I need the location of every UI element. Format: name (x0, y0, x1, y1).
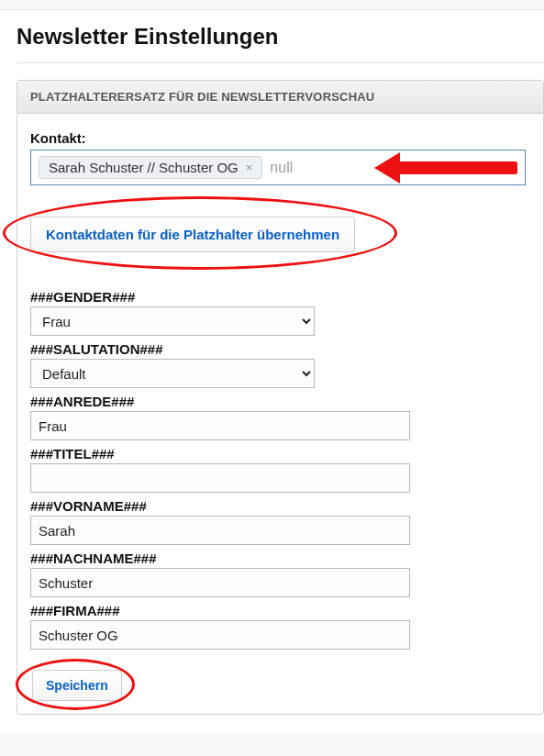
titel-input[interactable] (30, 463, 410, 493)
page: Newsletter Einstellungen PLATZHALTERERSA… (0, 9, 544, 733)
gender-label: ###GENDER### (30, 289, 530, 305)
remove-chip-icon[interactable]: × (244, 161, 255, 174)
gender-select[interactable]: Frau (30, 306, 315, 336)
salutation-select[interactable]: Default (30, 359, 315, 388)
nachname-label: ###NACHNAME### (30, 550, 530, 566)
contact-chip: Sarah Schuster // Schuster OG × (39, 156, 262, 179)
panel-heading: PLATZHALTERERSATZ FÜR DIE NEWSLETTERVORS… (17, 81, 543, 114)
contact-input-text: null (270, 160, 293, 176)
save-button-wrap: Speichern (32, 670, 122, 701)
apply-button-wrap: Kontaktdaten für die Platzhalter überneh… (30, 217, 355, 252)
contact-chip-text: Sarah Schuster // Schuster OG (49, 160, 239, 175)
annotation-arrow-icon (374, 152, 517, 183)
vorname-label: ###VORNAME### (30, 498, 530, 514)
settings-panel: PLATZHALTERERSATZ FÜR DIE NEWSLETTERVORS… (17, 80, 544, 715)
titel-label: ###TITEL### (30, 446, 530, 461)
firma-label: ###FIRMA### (30, 603, 530, 618)
contact-label: Kontakt: (30, 130, 530, 146)
apply-contact-button[interactable]: Kontaktdaten für die Platzhalter überneh… (30, 217, 355, 252)
firma-input[interactable] (30, 620, 410, 650)
anrede-label: ###ANREDE### (30, 394, 530, 409)
contact-tag-input[interactable]: Sarah Schuster // Schuster OG × null (30, 150, 526, 185)
page-title: Newsletter Einstellungen (17, 24, 544, 50)
panel-body: Kontakt: Sarah Schuster // Schuster OG ×… (17, 114, 543, 714)
save-button[interactable]: Speichern (32, 670, 122, 701)
anrede-input[interactable] (30, 411, 410, 440)
placeholder-fields: ###GENDER### Frau ###SALUTATION### Defau… (30, 289, 530, 650)
vorname-input[interactable] (30, 516, 410, 545)
salutation-label: ###SALUTATION### (30, 341, 530, 357)
nachname-input[interactable] (30, 568, 410, 597)
divider (17, 62, 544, 63)
